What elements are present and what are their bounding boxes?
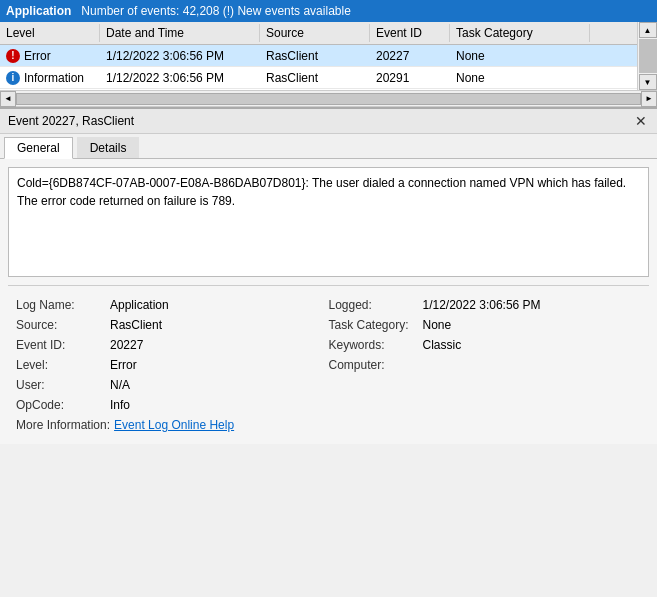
prop-source: Source: RasClient — [16, 318, 329, 336]
prop-value-logname: Application — [110, 298, 169, 312]
close-button[interactable]: ✕ — [633, 113, 649, 129]
tab-general[interactable]: General — [4, 137, 73, 159]
prop-value-logged: 1/12/2022 3:06:56 PM — [423, 298, 541, 312]
table-header-row: Level Date and Time Source Event ID Task… — [0, 22, 657, 90]
col-header-level[interactable]: Level — [0, 24, 100, 42]
cell-datetime-1: 1/12/2022 3:06:56 PM — [100, 47, 260, 65]
event-message-text: Cold={6DB874CF-07AB-0007-E08A-B86DAB07D8… — [17, 176, 626, 208]
cell-eventid-1: 20227 — [370, 47, 450, 65]
prop-taskcategory: Task Category: None — [329, 318, 642, 336]
scroll-left-arrow[interactable]: ◄ — [0, 91, 16, 107]
table-row[interactable]: ! Error 1/12/2022 3:06:56 PM RasClient 2… — [0, 45, 637, 67]
prop-value-source: RasClient — [110, 318, 162, 332]
prop-value-taskcategory: None — [423, 318, 452, 332]
properties-section: Log Name: Application Source: RasClient … — [0, 290, 657, 444]
prop-label-computer: Computer: — [329, 358, 419, 372]
event-count-info: Number of events: 42,208 (!) New events … — [81, 4, 350, 18]
detail-title: Event 20227, RasClient — [8, 114, 134, 128]
event-table-section: Level Date and Time Source Event ID Task… — [0, 22, 657, 107]
properties-left: Log Name: Application Source: RasClient … — [16, 298, 329, 436]
prop-user: User: N/A — [16, 378, 329, 396]
prop-value-opcode: Info — [110, 398, 130, 412]
prop-label-user: User: — [16, 378, 106, 392]
prop-value-eventid: 20227 — [110, 338, 143, 352]
info-icon: i — [6, 71, 20, 85]
detail-header: Event 20227, RasClient ✕ — [0, 109, 657, 134]
prop-label-opcode: OpCode: — [16, 398, 106, 412]
level-text-2: Information — [24, 71, 84, 85]
col-header-datetime[interactable]: Date and Time — [100, 24, 260, 42]
prop-value-keywords: Classic — [423, 338, 462, 352]
prop-label-keywords: Keywords: — [329, 338, 419, 352]
prop-label-logname: Log Name: — [16, 298, 106, 312]
scroll-down-arrow[interactable]: ▼ — [639, 74, 657, 90]
horizontal-scrollbar[interactable]: ◄ ► — [0, 90, 657, 106]
col-header-source[interactable]: Source — [260, 24, 370, 42]
prop-logged: Logged: 1/12/2022 3:06:56 PM — [329, 298, 642, 316]
error-icon: ! — [6, 49, 20, 63]
prop-label-logged: Logged: — [329, 298, 419, 312]
table-row[interactable]: i Information 1/12/2022 3:06:56 PM RasCl… — [0, 67, 637, 89]
prop-computer: Computer: — [329, 358, 642, 376]
tab-details[interactable]: Details — [77, 137, 140, 158]
detail-panel: Event 20227, RasClient ✕ General Details… — [0, 107, 657, 444]
cell-eventid-2: 20291 — [370, 69, 450, 87]
prop-label-eventid: Event ID: — [16, 338, 106, 352]
prop-label-source: Source: — [16, 318, 106, 332]
level-text-1: Error — [24, 49, 51, 63]
prop-label-level: Level: — [16, 358, 106, 372]
prop-value-level: Error — [110, 358, 137, 372]
prop-moreinfo: More Information: Event Log Online Help — [16, 418, 329, 436]
prop-opcode: OpCode: Info — [16, 398, 329, 416]
prop-label-moreinfo: More Information: — [16, 418, 110, 432]
prop-level: Level: Error — [16, 358, 329, 376]
cell-datetime-2: 1/12/2022 3:06:56 PM — [100, 69, 260, 87]
prop-label-taskcategory: Task Category: — [329, 318, 419, 332]
col-header-eventid[interactable]: Event ID — [370, 24, 450, 42]
top-bar: Application Number of events: 42,208 (!)… — [0, 0, 657, 22]
prop-logname: Log Name: Application — [16, 298, 329, 316]
cell-taskcategory-2: None — [450, 69, 590, 87]
table-header: Level Date and Time Source Event ID Task… — [0, 22, 637, 45]
event-message-box: Cold={6DB874CF-07AB-0007-E08A-B86DAB07D8… — [8, 167, 649, 277]
app-title: Application — [6, 4, 71, 18]
cell-source-1: RasClient — [260, 47, 370, 65]
vertical-scrollbar[interactable]: ▲ ▼ — [637, 22, 657, 90]
scroll-up-arrow[interactable]: ▲ — [639, 22, 657, 38]
cell-source-2: RasClient — [260, 69, 370, 87]
divider — [8, 285, 649, 286]
tabs-bar: General Details — [0, 134, 657, 159]
scroll-right-arrow[interactable]: ► — [641, 91, 657, 107]
event-log-help-link[interactable]: Event Log Online Help — [114, 418, 234, 432]
scroll-track[interactable] — [16, 93, 641, 105]
properties-right: Logged: 1/12/2022 3:06:56 PM Task Catego… — [329, 298, 642, 436]
cell-level-1: ! Error — [0, 47, 100, 65]
prop-value-user: N/A — [110, 378, 130, 392]
cell-level-2: i Information — [0, 69, 100, 87]
cell-taskcategory-1: None — [450, 47, 590, 65]
col-header-taskcategory[interactable]: Task Category — [450, 24, 590, 42]
prop-eventid: Event ID: 20227 — [16, 338, 329, 356]
prop-keywords: Keywords: Classic — [329, 338, 642, 356]
